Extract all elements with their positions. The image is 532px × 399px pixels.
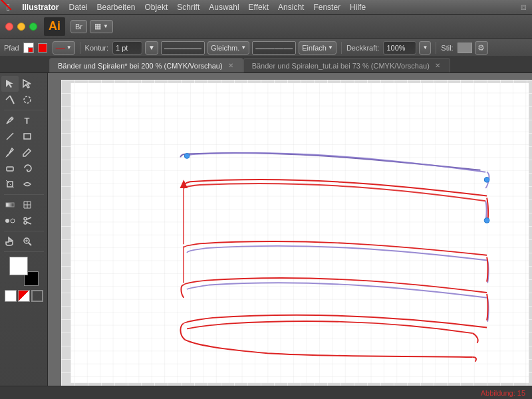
scissors-btn[interactable] [19, 213, 36, 229]
menu-datei[interactable]: Datei [64, 0, 92, 15]
tool-row-10 [1, 233, 47, 249]
zoom-btn[interactable] [19, 233, 36, 249]
tool-sep-3 [4, 231, 44, 231]
statusbar: Abbildung: 15 [0, 386, 532, 399]
gradient-color-btn[interactable] [18, 290, 30, 302]
type-btn[interactable]: T [19, 112, 36, 128]
svg-marker-0 [6, 80, 13, 88]
mesh-btn[interactable] [19, 197, 36, 213]
eraser-btn[interactable] [1, 160, 19, 176]
fill-swatch[interactable] [23, 43, 34, 53]
maximize-button[interactable] [29, 23, 37, 31]
hand-btn[interactable] [1, 233, 19, 249]
tool-row-6 [1, 160, 47, 176]
svg-rect-24 [71, 83, 529, 383]
tool-sep-1 [4, 110, 44, 110]
svg-rect-7 [24, 134, 31, 139]
stil-label: Stil: [441, 44, 453, 52]
close-button[interactable] [5, 23, 13, 31]
tool-row-5 [1, 144, 47, 160]
tool-row-7 [1, 176, 47, 192]
gleichm-dropdown[interactable]: Gleichm. ▼ [207, 41, 249, 55]
magic-wand-btn[interactable] [1, 92, 19, 108]
opacity-field[interactable] [383, 41, 416, 55]
blend-btn[interactable] [1, 213, 19, 229]
gradient-btn[interactable] [1, 197, 19, 213]
pt-dropdown[interactable]: ▼ [145, 41, 158, 55]
status-text: Abbildung: 15 [481, 389, 525, 397]
menu-ansicht[interactable]: Ansicht [273, 0, 309, 15]
kontur-label: Kontur: [85, 44, 108, 52]
tool-row-1 [1, 76, 47, 92]
stroke-style-preview: ———— [161, 41, 205, 55]
tool-row-2 [1, 92, 47, 108]
none-btn[interactable] [31, 290, 43, 302]
tool-row-3: T [1, 112, 47, 128]
lasso-btn[interactable] [19, 92, 36, 108]
selection-tool-btn[interactable] [1, 76, 19, 92]
traffic-lights [5, 23, 37, 31]
stroke-swatch[interactable] [38, 43, 47, 53]
direct-selection-tool-btn[interactable] [19, 76, 36, 92]
tool-row-8 [1, 197, 47, 213]
settings-button[interactable]: ⚙ [475, 41, 488, 55]
tab-active[interactable]: Bänder und Spiralen* bei 200 % (CMYK/Vor… [49, 58, 243, 72]
minimize-button[interactable] [17, 23, 25, 31]
app-name[interactable]: Illustrator [17, 0, 64, 15]
warp-btn[interactable] [19, 176, 36, 192]
svg-point-28 [484, 177, 489, 182]
line-btn[interactable] [1, 128, 19, 144]
menu-hilfe[interactable]: Hilfe [345, 0, 370, 15]
tab-inactive[interactable]: Bänder und Spiralen_tut.ai bei 73 % (CMY… [243, 58, 450, 72]
rotate-btn[interactable] [19, 160, 36, 176]
pencil-btn[interactable] [19, 144, 36, 160]
menu-fenster[interactable]: Fenster [309, 0, 345, 15]
tool-sep-2 [4, 194, 44, 195]
canvas-area[interactable] [48, 73, 532, 399]
arrange-button[interactable]: ▦ ▼ [90, 20, 113, 33]
br-button[interactable]: Br [70, 20, 87, 33]
toolbar: T [0, 73, 48, 399]
pen-btn[interactable] [1, 112, 19, 128]
foreground-swatch[interactable] [9, 257, 28, 275]
menu-effekt[interactable]: Effekt [244, 0, 273, 15]
path-label: Pfad [4, 44, 19, 52]
rect-btn[interactable] [19, 128, 36, 144]
artwork-svg[interactable] [61, 80, 532, 390]
menu-auswahl[interactable]: Auswahl [204, 0, 243, 15]
svg-line-20 [29, 243, 31, 245]
divider-3 [436, 42, 436, 54]
stil-swatch[interactable] [458, 43, 472, 53]
svg-line-2 [10, 96, 14, 104]
deckkraft-label: Deckkraft: [346, 44, 380, 52]
svg-rect-12 [6, 203, 14, 207]
svg-marker-1 [23, 80, 31, 88]
divider-1 [80, 42, 80, 54]
svg-point-14 [11, 219, 15, 223]
kontur-field[interactable] [112, 41, 142, 55]
menu-objekt[interactable]: Objekt [140, 0, 173, 15]
scale-btn[interactable] [1, 176, 19, 192]
arrange-arrow: ▼ [103, 23, 108, 29]
opacity-dropdown[interactable]: ▼ [419, 41, 431, 55]
tool-sep-4 [4, 251, 44, 252]
svg-rect-8 [7, 167, 13, 171]
tab-inactive-close[interactable]: ✕ [434, 62, 442, 70]
gleichm-label: Gleichm. [211, 44, 239, 52]
main-area: T [0, 73, 532, 399]
titlebar: Ai Br ▦ ▼ [0, 15, 532, 39]
menu-bearbeiten[interactable]: Bearbeiten [92, 0, 140, 15]
tab-inactive-label: Bänder und Spiralen_tut.ai bei 73 % (CMY… [252, 62, 430, 70]
stroke-options-dropdown[interactable]: — ▼ [53, 41, 75, 55]
svg-point-4 [24, 96, 31, 103]
color-btn[interactable] [5, 290, 17, 302]
brush-btn[interactable] [1, 144, 19, 160]
einfach-dropdown[interactable]: Einfach ▼ [299, 41, 336, 55]
einfach-label: Einfach [302, 44, 327, 52]
svg-line-3 [6, 96, 10, 100]
pt-label: ▼ [148, 44, 155, 51]
stroke-line: ———— [164, 43, 201, 53]
tab-active-close[interactable]: ✕ [227, 62, 235, 70]
menu-schrift[interactable]: Schrift [172, 0, 204, 15]
ai-logo: Ai [44, 17, 65, 36]
